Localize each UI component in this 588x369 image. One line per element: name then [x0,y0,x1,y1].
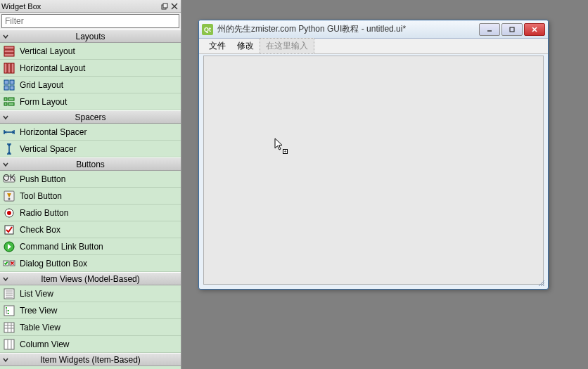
designer-canvas[interactable]: + [203,56,544,285]
menu-file[interactable]: 文件 [203,39,231,53]
widget-box-panel: Widget Box LayoutsVertical LayoutHorizon… [0,0,181,369]
widget-item[interactable]: Form Layout [0,93,181,110]
radiobtn-icon [3,207,15,219]
category-header[interactable]: Layouts [0,30,181,43]
widget-item[interactable]: Tree View [0,302,181,319]
close-button[interactable] [524,23,545,36]
widget-item-label: Check Box [20,225,60,235]
category-title: Item Views (Model-Based) [0,274,181,284]
svg-rect-14 [4,103,7,105]
category-title: Item Widgets (Item-Based) [0,355,181,365]
widget-item[interactable]: Dialog Button Box [0,255,181,272]
svg-text:OK: OK [3,173,15,183]
widget-box-title: Widget Box [1,2,160,11]
widget-item[interactable]: Grid Layout [0,77,181,93]
svg-rect-40 [4,339,14,349]
hlayout-icon [3,62,15,75]
category-header[interactable]: Buttons [0,157,181,171]
widget-item-label: Vertical Layout [20,46,75,56]
category-header[interactable]: Spacers [0,110,181,124]
chevron-down-icon [0,276,11,283]
category-title: Buttons [0,160,181,169]
listview-icon [3,287,15,300]
designer-menubar: 文件 修改 在这里输入 [199,39,548,54]
category-header[interactable]: Item Widgets (Item-Based) [0,353,181,366]
svg-rect-11 [10,86,14,90]
chevron-down-icon [0,114,11,121]
svg-point-34 [8,313,9,314]
close-icon[interactable] [170,1,179,11]
widget-item-label: Command Link Button [20,242,103,252]
category-title: Spacers [0,112,181,122]
widget-item[interactable]: OKPush Button [0,171,181,188]
svg-point-21 [7,211,11,215]
svg-rect-13 [8,98,14,101]
menu-modify[interactable]: 修改 [231,39,260,53]
widget-item[interactable]: Vertical Layout [0,43,181,60]
svg-point-19 [8,198,11,200]
widget-item-label: List View [20,289,53,299]
category-header[interactable]: Item Views (Model-Based) [0,272,181,285]
svg-point-33 [8,310,9,311]
hspacer-icon [3,126,15,138]
widget-item[interactable]: Horizontal Layout [0,60,181,77]
widget-list: LayoutsVertical LayoutHorizontal LayoutG… [0,30,181,369]
widget-item[interactable]: Vertical Spacer [0,141,181,157]
columnview-icon [3,338,15,351]
widget-item-label: Vertical Spacer [20,144,77,154]
widget-item-label: Horizontal Spacer [20,127,87,137]
widget-item[interactable]: List View [0,285,181,302]
svg-rect-4 [4,53,14,56]
svg-rect-35 [4,323,14,332]
widget-item[interactable]: Tool Button [0,188,181,205]
drag-cursor-icon: + [274,138,286,154]
widget-item-label: Horizontal Layout [20,63,85,73]
resize-grip-icon[interactable] [538,279,545,286]
svg-rect-3 [4,50,14,53]
widget-item[interactable]: Check Box [0,221,181,238]
widget-item[interactable]: Column View [0,336,181,353]
window-buttons [479,23,545,36]
widget-item[interactable]: Radio Button [0,205,181,221]
maximize-button[interactable] [501,23,523,36]
svg-point-32 [6,307,7,309]
designer-titlebar[interactable]: Qt 州的先生zmister.com Python GUI教程 - untitl… [199,20,548,39]
widget-item-label: Tool Button [20,191,62,201]
chevron-down-icon [0,356,11,363]
svg-rect-5 [4,63,7,73]
dlgbtnbox-icon [3,257,15,270]
checkbox-icon [3,224,15,236]
gridlayout-icon [3,79,15,91]
svg-rect-44 [510,27,514,32]
pushbtn-icon: OK [3,173,15,186]
widget-item-label: Form Layout [20,97,67,107]
svg-rect-7 [11,63,14,73]
widget-item-label: Grid Layout [20,80,63,90]
widget-item[interactable]: Table View [0,319,181,336]
designer-window: Qt 州的先生zmister.com Python GUI教程 - untitl… [198,20,549,290]
svg-rect-8 [4,80,8,84]
svg-rect-9 [10,80,14,84]
treeview-icon [3,304,15,317]
app-icon: Qt [202,24,213,35]
designer-title: 州的先生zmister.com Python GUI教程 - untitled.… [217,23,479,35]
widget-item[interactable]: Horizontal Spacer [0,124,181,141]
toolbtn-icon [3,190,15,202]
chevron-down-icon [0,33,11,40]
svg-rect-10 [4,86,8,90]
widget-item[interactable]: Command Link Button [0,238,181,255]
filter-input[interactable] [1,14,179,28]
widget-item-label: Radio Button [20,208,68,218]
svg-rect-15 [8,103,14,105]
minimize-button[interactable] [479,23,500,36]
chevron-down-icon [0,161,11,168]
category-title: Layouts [0,32,181,41]
undock-icon[interactable] [160,1,170,11]
widget-item-label: Tree View [20,306,57,316]
menu-placeholder[interactable]: 在这里输入 [260,38,314,54]
widget-item-label: Table View [20,323,60,332]
svg-rect-6 [8,63,11,73]
widget-item-label: Push Button [20,174,65,184]
svg-rect-2 [4,46,14,49]
vspacer-icon [3,143,15,155]
